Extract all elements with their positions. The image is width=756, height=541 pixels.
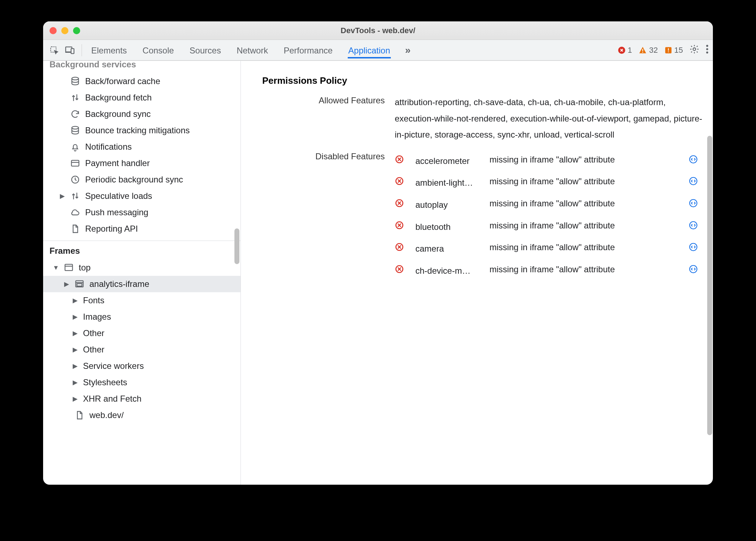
reveal-in-elements-icon[interactable] [689, 153, 704, 169]
chevron-right-icon[interactable]: ▶ [72, 362, 78, 370]
disabled-feature-name: accelerometer [415, 153, 483, 169]
sidebar-item-label: Back/forward cache [85, 76, 160, 86]
errors-count[interactable]: 1 [618, 46, 632, 55]
svg-point-27 [690, 265, 697, 273]
tab-performance[interactable]: Performance [283, 42, 333, 58]
disabled-feature-row: accelerometermissing in iframe "allow" a… [395, 150, 704, 172]
tab-elements[interactable]: Elements [90, 42, 128, 58]
file-icon [70, 224, 80, 234]
cloud-icon [70, 207, 80, 217]
panel-tabs: Elements Console Sources Network Perform… [90, 42, 411, 58]
svg-point-23 [690, 221, 697, 229]
main-scrollbar[interactable] [707, 136, 712, 435]
disabled-icon [395, 241, 409, 257]
warnings-count[interactable]: 32 [638, 46, 658, 55]
sidebar-section-background-services: Background services [43, 61, 240, 73]
frames-item-label: Other [83, 328, 104, 338]
settings-icon[interactable] [689, 44, 699, 56]
chevron-right-icon[interactable]: ▶ [72, 329, 78, 337]
card-icon [70, 158, 80, 168]
chevron-right-icon[interactable]: ▶ [72, 313, 78, 321]
frames-item-xhr-and-fetch[interactable]: ▶XHR and Fetch [43, 391, 240, 407]
chevron-right-icon[interactable]: ▶ [59, 192, 65, 200]
issues-count[interactable]: 15 [664, 46, 683, 55]
chevron-right-icon[interactable]: ▶ [72, 297, 78, 304]
sidebar-item-label: Reporting API [85, 224, 138, 234]
frames-item-images[interactable]: ▶Images [43, 309, 240, 325]
svg-rect-6 [642, 52, 643, 52]
disabled-feature-reason: missing in iframe "allow" attribute [490, 153, 682, 166]
frames-item-stylesheets[interactable]: ▶Stylesheets [43, 374, 240, 391]
tab-network[interactable]: Network [236, 42, 269, 58]
inspect-element-icon[interactable] [47, 43, 61, 57]
sync-icon [70, 109, 80, 119]
close-window-button[interactable] [50, 27, 57, 34]
svg-point-12 [706, 48, 708, 50]
frames-item-label: XHR and Fetch [83, 394, 141, 404]
frames-item-other[interactable]: ▶Other [43, 341, 240, 358]
reveal-in-elements-icon[interactable] [689, 219, 704, 235]
chevron-right-icon[interactable]: ▶ [64, 280, 69, 288]
application-sidebar[interactable]: Background services Back/forward cacheBa… [43, 61, 241, 485]
sidebar-section-frames: Frames [43, 241, 240, 259]
clock-icon [70, 175, 80, 185]
more-tabs-button[interactable]: » [405, 45, 411, 56]
frames-item-other[interactable]: ▶Other [43, 325, 240, 341]
disabled-feature-reason: missing in iframe "allow" attribute [490, 197, 682, 210]
svg-rect-5 [642, 49, 643, 51]
disabled-feature-name: bluetooth [415, 219, 483, 235]
toolbar-divider [82, 44, 82, 56]
embed-icon [74, 279, 84, 289]
sidebar-item-payment-handler[interactable]: Payment handler [43, 155, 240, 171]
reveal-in-elements-icon[interactable] [689, 241, 704, 257]
warnings-value: 32 [649, 46, 658, 55]
application-main-panel[interactable]: Permissions Policy Allowed Features attr… [241, 61, 713, 485]
svg-point-13 [706, 51, 708, 53]
zoom-window-button[interactable] [73, 27, 80, 34]
frames-item-analytics-iframe[interactable]: ▶analytics-iframe [43, 276, 240, 292]
error-icon [618, 46, 626, 54]
sidebar-item-speculative-loads[interactable]: ▶Speculative loads [43, 188, 240, 204]
warning-icon [638, 46, 647, 55]
chevron-right-icon[interactable]: ▶ [72, 378, 78, 386]
sidebar-item-back-forward-cache[interactable]: Back/forward cache [43, 73, 240, 89]
tab-sources[interactable]: Sources [189, 42, 222, 58]
updown-icon [70, 191, 80, 201]
more-options-icon[interactable] [706, 44, 709, 56]
frames-item-web-dev-[interactable]: web.dev/ [43, 407, 240, 423]
disabled-icon [395, 219, 409, 235]
sidebar-item-notifications[interactable]: Notifications [43, 139, 240, 155]
disabled-feature-row: cameramissing in iframe "allow" attribut… [395, 238, 704, 260]
tab-console[interactable]: Console [142, 42, 175, 58]
minimize-window-button[interactable] [61, 27, 68, 34]
sidebar-item-label: Background sync [85, 109, 151, 119]
frames-item-fonts[interactable]: ▶Fonts [43, 292, 240, 309]
frames-item-service-workers[interactable]: ▶Service workers [43, 358, 240, 374]
reveal-in-elements-icon[interactable] [689, 263, 704, 279]
db-icon [70, 125, 80, 135]
sidebar-item-periodic-background-sync[interactable]: Periodic background sync [43, 171, 240, 188]
frames-top[interactable]: ▼ top [43, 259, 240, 276]
bell-icon [70, 142, 80, 152]
chevron-right-icon[interactable]: ▶ [72, 346, 78, 354]
sidebar-item-label: Payment handler [85, 158, 150, 168]
tab-application[interactable]: Application [348, 42, 391, 58]
window-icon [64, 263, 74, 273]
sidebar-item-background-sync[interactable]: Background sync [43, 106, 240, 122]
reveal-in-elements-icon[interactable] [689, 197, 704, 213]
disabled-icon [395, 153, 409, 169]
sidebar-scrollbar[interactable] [234, 228, 239, 264]
svg-point-11 [706, 45, 708, 47]
disabled-feature-row: ambient-light…missing in iframe "allow" … [395, 172, 704, 194]
sidebar-item-push-messaging[interactable]: Push messaging [43, 204, 240, 221]
reveal-in-elements-icon[interactable] [689, 175, 704, 191]
chevron-down-icon[interactable]: ▼ [53, 264, 59, 272]
device-toolbar-icon[interactable] [63, 43, 77, 57]
sidebar-item-background-fetch[interactable]: Background fetch [43, 89, 240, 106]
sidebar-item-bounce-tracking-mitigations[interactable]: Bounce tracking mitigations [43, 122, 240, 139]
chevron-right-icon[interactable]: ▶ [72, 395, 78, 403]
disabled-feature-reason: missing in iframe "allow" attribute [490, 175, 682, 188]
disabled-feature-reason: missing in iframe "allow" attribute [490, 219, 682, 232]
frames-item-label: Images [83, 312, 111, 322]
sidebar-item-reporting-api[interactable]: Reporting API [43, 221, 240, 237]
